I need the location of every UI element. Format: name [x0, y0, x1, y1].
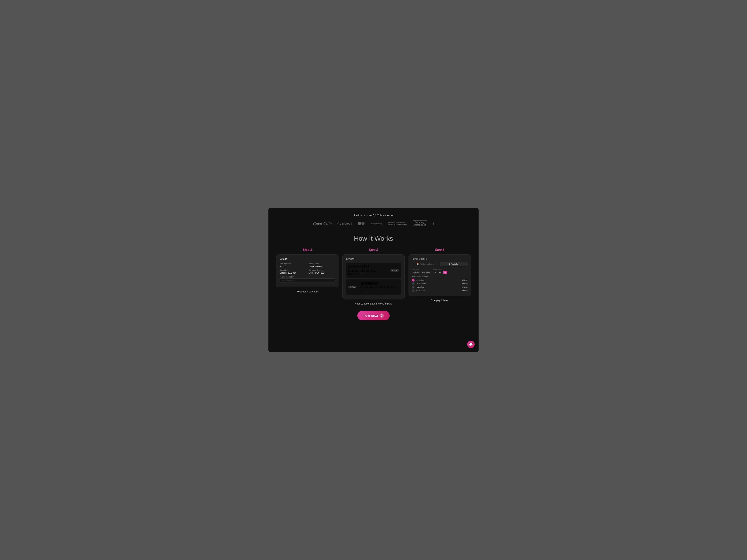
payment-option-title: Payment option [412, 258, 467, 260]
logo-tagline: Paid out to over 5,000 businesses [272, 214, 475, 217]
field-schedule-debit: Schedule debit for * October 16, 2024 [309, 269, 335, 274]
logo-go [358, 222, 365, 225]
inst-num-2: 2 [412, 282, 415, 285]
logo-bidfood: Bidfood [337, 222, 352, 225]
inst-amount-4: $81.60 [462, 290, 467, 292]
details-title: Details [280, 258, 335, 260]
field-total-amount: Total amount * 500.00 [280, 263, 306, 268]
invoice-1-desc: Invoice paid on time to Barone LLC. [348, 269, 388, 276]
logo-coca-cola: Coca-Cola [313, 221, 332, 226]
details-grid: Total amount * 500.00 Invoice name * Off… [280, 263, 335, 274]
inst-amount-1: $81.60 [462, 279, 467, 281]
paid-dot-2 [350, 287, 351, 288]
inst-label-4: Jan 8, 2025 [416, 290, 462, 292]
how-title: How It Works [276, 235, 471, 242]
step-2-description: Your supplier's tax invoice is paid [355, 302, 392, 305]
invoice-1-status: Paid [390, 269, 399, 272]
details-description-field: Invoice description Invoice description [280, 276, 335, 283]
step-1-label: Step 1 [303, 248, 312, 251]
inst-num-4: 4 [412, 289, 415, 292]
calendar-icon: 📅 [416, 263, 419, 265]
step-3-col: Step 3 Payment option 📅 Pay by instalmen… [409, 248, 471, 302]
inst-amount-2: $81.60 [462, 283, 467, 285]
payment-tabs: 📅 Pay by instalments ℹ Pay in full [412, 262, 467, 266]
inst-label-1: Due today [416, 279, 462, 281]
inst-label-3: Fortnightly [416, 286, 462, 288]
invoice-row-2: Paid #BN098353 Invoice paid on time to A… [346, 279, 401, 295]
chat-icon: 💬 [469, 343, 473, 346]
instalment-row-4: 4 Jan 8, 2025 $81.60 [412, 289, 467, 292]
step-1-card: Details Total amount * 500.00 Invoice na… [276, 254, 338, 287]
inst-num-1: 1 [412, 279, 415, 282]
field-due-date: Due date * October 16, 2024 [280, 269, 306, 274]
paid-dot-1 [392, 270, 393, 271]
try-it-now-button[interactable]: Try It Now! ❯ [357, 311, 390, 320]
term-pill-60[interactable]: 60 [438, 271, 442, 274]
frequency-fortnightly[interactable]: Fortnightly [420, 271, 431, 274]
cta-label: Try It Now! [363, 314, 378, 317]
invoice-1-info: #AB0004756 Invoice paid on time to Baron… [348, 265, 388, 276]
invoice-row-1: #AB0004756 Invoice paid on time to Baron… [346, 263, 401, 278]
invoice-1-id: #AB0004756 [348, 265, 388, 269]
invoice-2-desc: Invoice paid on time to Acme Co. [359, 286, 399, 293]
cta-section: Try It Now! ❯ [268, 311, 479, 320]
term-col: Term (Days) 30 60 90 [433, 269, 447, 274]
desc-input-box[interactable]: Invoice description [280, 278, 335, 283]
logo-row: Coca-Cola Bidfood officeworks Australian… [272, 220, 475, 227]
invoice-2-info: #BN098353 Invoice paid on time to Acme C… [359, 282, 399, 293]
chat-bubble-button[interactable]: 💬 [467, 341, 475, 348]
inst-num-3: 3 [412, 286, 415, 289]
frequency-col: Frequency Weekly Fortnightly [412, 269, 431, 274]
go-circle-right [361, 222, 365, 225]
step-3-description: You pay it later [431, 299, 448, 302]
cta-chevron-icon: ❯ [380, 314, 384, 318]
step-2-card: Invoices #AB0004756 Invoice paid on time… [342, 254, 405, 299]
term-pills: 30 60 90 [433, 271, 447, 274]
bidfood-arc-icon [337, 221, 342, 226]
inst-amount-3: $81.60 [462, 286, 467, 288]
term-pill-90[interactable]: 90 [443, 271, 447, 274]
logo-section: Paid out to over 5,000 businesses Coca-C… [268, 214, 479, 231]
how-it-works-section: How It Works Step 1 Details Total amount… [268, 231, 479, 305]
term-pill-30[interactable]: 30 [433, 271, 437, 274]
logo-bunnings: Bunningswarehouse [413, 220, 427, 227]
invoice-2-status: Paid [348, 286, 357, 288]
invoices-title: Invoices [346, 258, 401, 260]
step-1-col: Step 1 Details Total amount * 500.00 Inv… [276, 248, 338, 293]
instalment-row-1: 1 Due today $81.60 [412, 279, 467, 282]
info-icon: ℹ [449, 263, 450, 265]
logo-slash: / [433, 222, 434, 226]
step-3-label: Step 3 [435, 248, 444, 251]
steps-row: Step 1 Details Total amount * 500.00 Inv… [276, 248, 471, 305]
logo-ato: Australian Government Australian Taxatio… [388, 221, 407, 226]
main-container: Paid out to over 5,000 businesses Coca-C… [268, 208, 479, 352]
tab-pay-by-instalments[interactable]: 📅 Pay by instalments [412, 262, 439, 266]
field-invoice-name: Invoice name * Office Devices [309, 263, 335, 268]
step-2-col: Step 2 Invoices #AB0004756 Invoice paid … [342, 248, 405, 305]
inst-label-2: Oct 30, 2024 [416, 283, 462, 285]
go-circle-left [358, 222, 361, 225]
step-1-description: Request a payment [297, 290, 318, 293]
instalment-row-2: 2 Oct 30, 2024 $81.60 [412, 282, 467, 285]
instalment-row-3: 3 Fortnightly $81.60 [412, 286, 467, 289]
frequency-weekly[interactable]: Weekly [412, 271, 420, 274]
instalment-schedule-title: Instalment Schedule [412, 276, 467, 278]
logo-officeworks: officeworks [370, 222, 382, 225]
tab-pay-in-full[interactable]: ℹ Pay in full [440, 262, 467, 266]
step-3-card: Payment option 📅 Pay by instalments ℹ Pa… [409, 254, 471, 296]
invoice-2-id: #BN098353 [359, 282, 399, 286]
step-2-label: Step 2 [369, 248, 378, 251]
freq-term-row: Frequency Weekly Fortnightly [412, 269, 467, 274]
